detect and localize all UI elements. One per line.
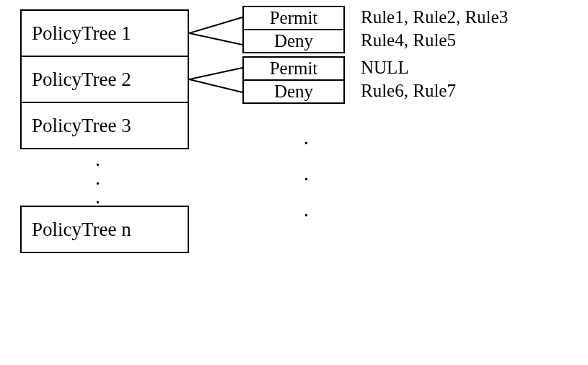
deny-label-2: Deny	[274, 82, 313, 102]
permit-label-1: Permit	[270, 8, 318, 28]
policytree-1-label: PolicyTree 1	[32, 22, 131, 45]
policy-continuation-dots: .	[96, 172, 100, 188]
rules-row-4: Rule6, Rule7	[361, 81, 456, 101]
policytree-3-label: PolicyTree 3	[32, 115, 131, 137]
deny-box-2: Deny	[242, 79, 345, 104]
svg-line-1	[189, 33, 242, 45]
deny-box-1: Deny	[242, 29, 345, 53]
policy-continuation-dots: .	[96, 153, 100, 170]
permit-box-2: Permit	[242, 56, 345, 81]
policytree-2-label: PolicyTree 2	[32, 69, 131, 91]
decision-continuation-dots: .	[304, 203, 308, 220]
policy-continuation-dots: .	[96, 190, 100, 207]
policytree-n-label: PolicyTree n	[32, 219, 131, 241]
policytree-3-box: PolicyTree 3	[20, 102, 189, 149]
decision-continuation-dots: .	[304, 131, 308, 148]
policytree-1-box: PolicyTree 1	[20, 9, 189, 57]
permit-label-2: Permit	[270, 58, 318, 79]
svg-line-2	[189, 68, 242, 79]
permit-box-1: Permit	[242, 6, 345, 30]
rules-row-3: NULL	[361, 58, 409, 78]
svg-line-3	[189, 79, 242, 92]
decision-continuation-dots: .	[304, 167, 308, 184]
rules-row-1: Rule1, Rule2, Rule3	[361, 7, 508, 27]
policytree-n-box: PolicyTree n	[20, 206, 189, 253]
rules-row-2: Rule4, Rule5	[361, 30, 456, 50]
svg-line-0	[189, 17, 242, 33]
deny-label-1: Deny	[274, 31, 313, 51]
policytree-2-box: PolicyTree 2	[20, 56, 189, 103]
